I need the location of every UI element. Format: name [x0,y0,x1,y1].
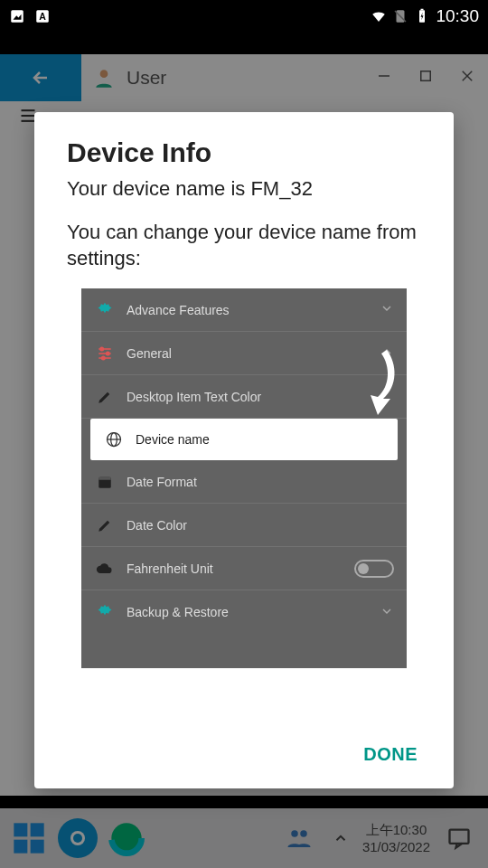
svg-text:A: A [39,11,46,22]
battery-charging-icon [414,8,430,24]
chevron-down-icon [380,604,394,621]
image-icon [9,8,25,24]
status-bar: A 10:30 [0,0,488,33]
gear-icon [94,603,116,621]
svg-point-34 [102,356,105,359]
toggle-off-icon [354,560,394,578]
row-label: Date Format [127,475,197,489]
row-label: General [127,346,172,361]
pen-icon [94,389,116,405]
row-label: Device name [136,432,210,447]
pen-icon [94,517,116,533]
dialog-help-text: You can change your device name from set… [67,219,421,272]
wifi-icon [371,8,387,24]
row-label: Backup & Restore [127,605,229,619]
row-label: Fahrenheit Unit [127,561,213,576]
device-info-dialog: Device Info Your device name is FM_32 Yo… [34,112,454,788]
calendar-icon [94,474,116,490]
no-sim-icon [392,8,408,24]
done-button[interactable]: DONE [360,739,421,770]
sliders-icon [94,344,116,363]
svg-rect-7 [421,9,424,11]
row-label: Advance Features [127,303,230,317]
svg-point-33 [107,352,109,354]
gear-icon [94,301,116,319]
dialog-subtitle: Your device name is FM_32 [67,175,421,203]
letter-a-icon: A [34,8,51,24]
svg-point-32 [100,347,103,350]
dialog-title: Device Info [67,137,421,168]
spacer [0,33,488,54]
svg-rect-39 [99,476,111,479]
row-label: Date Color [127,518,187,533]
cloud-icon [94,560,116,578]
settings-screenshot: Advance Features General Desktop Item Te… [81,288,407,668]
row-label: Desktop Item Text Color [127,390,261,404]
globe-icon [103,430,125,448]
chevron-up-icon [380,344,394,362]
status-time: 10:30 [436,6,479,26]
chevron-down-icon [380,301,394,318]
